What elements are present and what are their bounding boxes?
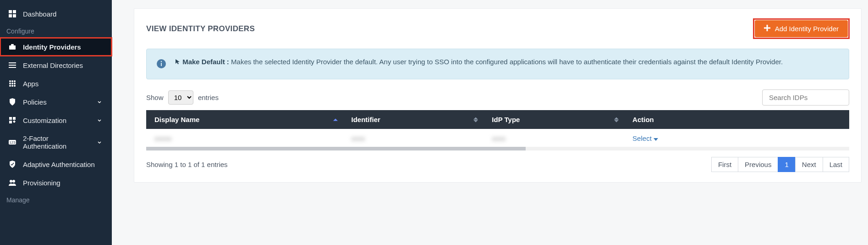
cell-identifier: xxxx bbox=[352, 134, 365, 142]
col-identifier[interactable]: Identifier bbox=[343, 110, 484, 129]
sidebar-item-label: Customization bbox=[23, 117, 89, 124]
svg-rect-5 bbox=[11, 44, 14, 45]
page-current[interactable]: 1 bbox=[778, 157, 795, 172]
entries-label: entries bbox=[198, 94, 219, 101]
show-label: Show bbox=[146, 94, 164, 101]
sidebar-item-label: Apps bbox=[23, 80, 104, 88]
page-title: VIEW IDENTITY PROVIDERS bbox=[146, 24, 255, 33]
main-content: VIEW IDENTITY PROVIDERS Add Identity Pro… bbox=[112, 0, 868, 245]
sidebar-item-identity-providers[interactable]: Identity Providers bbox=[0, 38, 112, 56]
info-text: Make Default : Makes the selected Identi… bbox=[175, 56, 783, 67]
svg-rect-8 bbox=[9, 67, 16, 68]
sidebar-item-label: Adaptive Authentication bbox=[23, 161, 104, 168]
sidebar-item-policies[interactable]: Policies bbox=[0, 93, 112, 111]
svg-rect-3 bbox=[13, 14, 16, 17]
list-icon bbox=[8, 61, 16, 69]
sidebar-item-label: Identity Providers bbox=[23, 43, 104, 51]
shield-icon bbox=[8, 98, 16, 106]
page-first[interactable]: First bbox=[711, 157, 738, 172]
sidebar-item-external-directories[interactable]: External Directories bbox=[0, 56, 112, 74]
plus-icon bbox=[764, 25, 770, 33]
svg-rect-20 bbox=[9, 121, 12, 123]
svg-point-29 bbox=[161, 61, 162, 62]
svg-point-16 bbox=[11, 85, 13, 87]
page-last[interactable]: Last bbox=[823, 157, 849, 172]
horizontal-scrollbar[interactable] bbox=[146, 147, 849, 150]
sidebar-item-label: External Directories bbox=[23, 61, 104, 69]
sidebar-item-dashboard[interactable]: Dashboard bbox=[0, 5, 112, 23]
add-button-label: Add Identity Provider bbox=[775, 25, 839, 33]
sidebar-item-label: 2-Factor Authentication bbox=[23, 134, 89, 150]
svg-point-15 bbox=[9, 85, 11, 87]
number-icon: 123 bbox=[8, 138, 16, 146]
table-controls: Show 10 entries bbox=[146, 89, 849, 106]
select-label: Select bbox=[632, 134, 652, 142]
sidebar-item-provisioning[interactable]: Provisioning bbox=[0, 173, 112, 192]
svg-point-24 bbox=[12, 180, 15, 183]
table-row: xxxxx xxxx xxxx Select bbox=[146, 129, 849, 148]
chevron-down-icon bbox=[95, 98, 104, 106]
svg-text:123: 123 bbox=[9, 140, 16, 145]
sort-asc-icon bbox=[333, 118, 338, 121]
idp-table: Display Name Identifier IdP Type Action bbox=[146, 110, 849, 148]
info-icon bbox=[157, 59, 166, 72]
page-size-select[interactable]: 10 bbox=[168, 90, 193, 105]
svg-rect-1 bbox=[13, 10, 16, 13]
sidebar-section-manage: Manage bbox=[0, 192, 112, 206]
caret-down-icon bbox=[654, 134, 658, 142]
svg-rect-28 bbox=[161, 63, 162, 66]
search-input[interactable] bbox=[762, 89, 849, 106]
sort-icon bbox=[614, 117, 619, 122]
add-button-highlight: Add Identity Provider bbox=[753, 19, 849, 39]
svg-rect-26 bbox=[764, 28, 770, 29]
cell-idp-type: xxxx bbox=[492, 134, 505, 142]
svg-rect-19 bbox=[13, 117, 16, 120]
svg-rect-0 bbox=[9, 10, 12, 13]
svg-rect-4 bbox=[9, 45, 16, 50]
sidebar-item-adaptive-auth[interactable]: Adaptive Authentication bbox=[0, 155, 112, 173]
svg-point-10 bbox=[11, 80, 13, 82]
dashboard-icon bbox=[8, 10, 16, 18]
svg-point-11 bbox=[14, 80, 16, 82]
col-idp-type[interactable]: IdP Type bbox=[483, 110, 624, 129]
chevron-down-icon bbox=[95, 116, 104, 124]
content-card: VIEW IDENTITY PROVIDERS Add Identity Pro… bbox=[134, 8, 862, 183]
sidebar-item-apps[interactable]: Apps bbox=[0, 74, 112, 93]
info-banner: Make Default : Makes the selected Identi… bbox=[146, 49, 849, 79]
cell-display-name: xxxxx bbox=[154, 134, 172, 142]
users-icon bbox=[8, 178, 16, 187]
pagination: First Previous 1 Next Last bbox=[712, 157, 849, 172]
page-size-control: Show 10 entries bbox=[146, 90, 219, 105]
sort-icon bbox=[473, 117, 478, 122]
shield-check-icon bbox=[8, 160, 16, 168]
add-identity-provider-button[interactable]: Add Identity Provider bbox=[755, 20, 848, 37]
sidebar-item-label: Provisioning bbox=[23, 179, 104, 187]
col-action: Action bbox=[624, 110, 849, 129]
chevron-down-icon bbox=[95, 138, 104, 146]
row-action-select[interactable]: Select bbox=[632, 134, 658, 142]
svg-rect-6 bbox=[9, 62, 16, 63]
svg-rect-7 bbox=[9, 65, 16, 66]
svg-point-13 bbox=[11, 83, 13, 84]
sidebar-item-customization[interactable]: Customization bbox=[0, 111, 112, 129]
apps-icon bbox=[8, 79, 16, 88]
table-footer: Showing 1 to 1 of 1 entries First Previo… bbox=[146, 157, 849, 172]
sidebar-section-configure: Configure bbox=[0, 23, 112, 38]
sidebar-item-2fa[interactable]: 123 2-Factor Authentication bbox=[0, 129, 112, 155]
col-display-name[interactable]: Display Name bbox=[146, 110, 343, 129]
svg-point-17 bbox=[14, 85, 16, 87]
svg-point-14 bbox=[14, 83, 16, 84]
svg-rect-18 bbox=[9, 117, 12, 120]
svg-point-12 bbox=[9, 83, 11, 84]
cursor-icon bbox=[175, 58, 182, 66]
info-body: Makes the selected Identity Provider the… bbox=[231, 58, 783, 66]
sidebar-item-label: Dashboard bbox=[23, 10, 104, 18]
svg-point-23 bbox=[10, 180, 12, 183]
page-next[interactable]: Next bbox=[795, 157, 823, 172]
sidebar: Dashboard Configure Identity Providers E… bbox=[0, 0, 112, 245]
svg-rect-2 bbox=[9, 14, 12, 17]
info-lead: Make Default : bbox=[182, 58, 229, 66]
puzzle-icon bbox=[8, 116, 16, 124]
page-prev[interactable]: Previous bbox=[738, 157, 778, 172]
briefcase-icon bbox=[8, 43, 16, 51]
